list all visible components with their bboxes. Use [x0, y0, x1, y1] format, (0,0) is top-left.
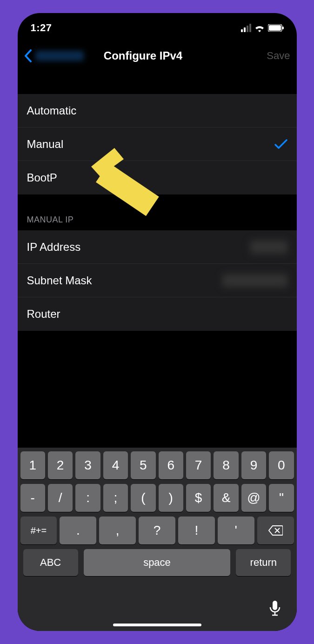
key-7[interactable]: 7 — [186, 451, 211, 479]
checkmark-icon — [274, 139, 287, 149]
key-abc[interactable]: ABC — [23, 549, 78, 576]
key-9[interactable]: 9 — [241, 451, 266, 479]
option-label: BootP — [27, 171, 57, 184]
key-at[interactable]: @ — [241, 484, 266, 512]
key-dash[interactable]: - — [20, 484, 45, 512]
key-comma[interactable]: , — [99, 517, 136, 544]
key-quote[interactable]: " — [269, 484, 294, 512]
key-8[interactable]: 8 — [214, 451, 238, 479]
status-bar: 1:27 — [18, 13, 297, 43]
key-rparen[interactable]: ) — [159, 484, 183, 512]
field-label: IP Address — [27, 241, 81, 254]
key-space[interactable]: space — [84, 549, 230, 576]
key-apostrophe[interactable]: ' — [218, 517, 254, 544]
key-period[interactable]: . — [60, 517, 96, 544]
navigation-bar: Configure IPv4 Save — [18, 43, 297, 69]
option-label: Automatic — [27, 104, 77, 117]
key-slash[interactable]: / — [48, 484, 73, 512]
svg-rect-6 — [273, 601, 277, 610]
status-time: 1:27 — [31, 22, 52, 34]
option-manual[interactable]: Manual — [18, 127, 297, 161]
key-6[interactable]: 6 — [159, 451, 183, 479]
keyboard: 1 2 3 4 5 6 7 8 9 0 - / : ; ( ) $ & @ " … — [18, 448, 297, 631]
battery-icon — [268, 24, 284, 32]
key-question[interactable]: ? — [139, 517, 175, 544]
save-button[interactable]: Save — [262, 50, 290, 62]
key-lparen[interactable]: ( — [131, 484, 155, 512]
key-colon[interactable]: : — [75, 484, 100, 512]
key-dollar[interactable]: $ — [186, 484, 211, 512]
subnet-mask-value-blurred — [222, 274, 287, 287]
ip-address-value-blurred — [250, 241, 287, 254]
field-router[interactable]: Router — [18, 297, 297, 331]
key-symbols[interactable]: #+= — [20, 517, 57, 544]
wifi-icon — [254, 24, 265, 32]
key-3[interactable]: 3 — [75, 451, 100, 479]
option-automatic[interactable]: Automatic — [18, 94, 297, 127]
spacer — [18, 69, 297, 94]
section-header-manual-ip: MANUAL IP — [18, 195, 297, 230]
key-exclaim[interactable]: ! — [178, 517, 215, 544]
home-indicator[interactable] — [113, 624, 201, 626]
key-return[interactable]: return — [236, 549, 291, 576]
field-ip-address[interactable]: IP Address — [18, 230, 297, 264]
option-label: Manual — [27, 138, 64, 151]
key-semicolon[interactable]: ; — [103, 484, 128, 512]
key-1[interactable]: 1 — [20, 451, 45, 479]
svg-rect-1 — [269, 25, 281, 31]
cellular-icon — [241, 24, 251, 32]
keyboard-dock — [20, 587, 294, 629]
status-icons — [241, 24, 284, 32]
phone-frame: 1:27 Configure IPv4 Save — [18, 13, 297, 631]
key-backspace[interactable] — [257, 517, 294, 544]
key-5[interactable]: 5 — [131, 451, 155, 479]
option-bootp[interactable]: BootP — [18, 161, 297, 195]
key-0[interactable]: 0 — [269, 451, 294, 479]
key-amp[interactable]: & — [214, 484, 238, 512]
field-label: Subnet Mask — [27, 274, 92, 287]
field-subnet-mask[interactable]: Subnet Mask — [18, 264, 297, 297]
configure-mode-list: Automatic Manual BootP — [18, 94, 297, 195]
back-label-blurred — [35, 51, 84, 61]
backspace-icon — [268, 525, 283, 536]
field-label: Router — [27, 308, 60, 321]
manual-ip-list: IP Address Subnet Mask Router — [18, 230, 297, 331]
svg-rect-2 — [282, 27, 284, 29]
mic-icon[interactable] — [269, 600, 281, 617]
key-2[interactable]: 2 — [48, 451, 73, 479]
key-4[interactable]: 4 — [103, 451, 128, 479]
